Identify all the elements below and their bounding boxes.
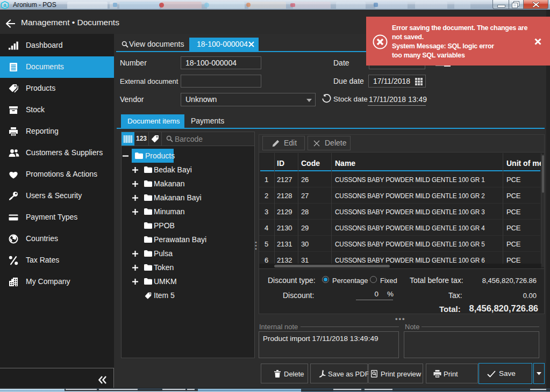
svg-text:a: a	[3, 2, 6, 8]
